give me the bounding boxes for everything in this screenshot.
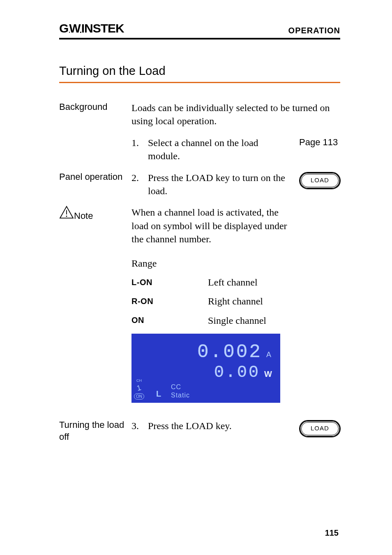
row-range: Range L-ON Left channel R-ON Right chann…	[59, 254, 340, 411]
caution-icon	[59, 206, 74, 219]
step2-text: Press the LOAD key to turn on the load.	[148, 171, 292, 198]
step2-number: 2.	[131, 171, 141, 198]
step1-number: 1.	[131, 136, 141, 163]
lcd-display: 0.002 A 0.00 W CH 1 ON L CC Static	[131, 334, 280, 403]
lcd-channel-indicator: CH 1 ON	[134, 378, 144, 399]
range-row-on: ON Single channel	[131, 314, 340, 327]
lcd-reading-a: 0.002	[197, 339, 262, 365]
load-key-button: LOAD	[299, 172, 341, 189]
range-desc-on: Single channel	[208, 314, 266, 327]
lcd-on-badge: ON	[134, 393, 144, 400]
brand-logo: GW INSTEK	[59, 21, 124, 35]
label-turning-off: Turning the load off	[59, 419, 131, 443]
label-note: Note	[74, 211, 93, 221]
step3-number: 3.	[131, 419, 141, 437]
row-note: Note When a channel load is activated, t…	[59, 206, 340, 246]
range-desc-lon: Left channel	[208, 276, 258, 289]
header-section: OPERATION	[288, 26, 340, 35]
step3-text: Press the LOAD key.	[148, 419, 292, 437]
row-background: Background Loads can be individually sel…	[59, 101, 340, 128]
svg-point-2	[66, 216, 67, 217]
section-title: Turning on the Load	[59, 64, 340, 83]
label-panel-operation: Panel operation	[59, 171, 131, 183]
load-key-button-2: LOAD	[299, 420, 341, 437]
page-header: GW INSTEK OPERATION	[59, 21, 340, 39]
range-row-lon: L-ON Left channel	[131, 276, 340, 289]
lcd-unit-w: W	[264, 369, 272, 380]
text-note: When a channel load is activated, the lo…	[131, 206, 296, 246]
manual-page: GW INSTEK OPERATION Turning on the Load …	[0, 0, 392, 555]
step1-page-ref: Page 113	[299, 136, 340, 163]
lcd-l-label: L	[156, 388, 161, 399]
row-panel-operation: Panel operation 2. Press the LOAD key to…	[59, 171, 340, 198]
lcd-unit-a: A	[266, 350, 271, 360]
range-row-ron: R-ON Right channel	[131, 295, 340, 308]
range-desc-ron: Right channel	[208, 295, 263, 308]
page-number: 115	[325, 528, 339, 538]
lcd-mode: CC Static	[171, 383, 190, 399]
row-turning-off: Turning the load off 3. Press the LOAD k…	[59, 419, 340, 443]
step1-text: Select a channel on the load module.	[148, 136, 292, 163]
text-background: Loads can be individually selected to be…	[131, 101, 340, 128]
range-sym-lon: L-ON	[131, 277, 208, 288]
label-background: Background	[59, 101, 131, 113]
row-step1: 1. Select a channel on the load module. …	[59, 136, 340, 163]
range-sym-ron: R-ON	[131, 296, 208, 307]
range-sym-on: ON	[131, 315, 208, 326]
lcd-reading-w: 0.00	[214, 362, 260, 384]
range-title: Range	[131, 257, 340, 270]
